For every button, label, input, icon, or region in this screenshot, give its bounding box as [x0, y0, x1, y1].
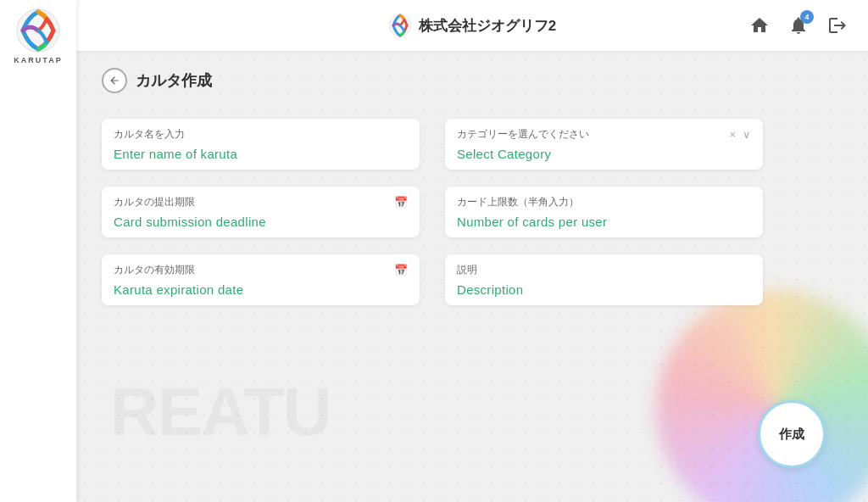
submission-deadline-label: カルタの提出期限 📅: [114, 195, 408, 209]
karutap-logo: [16, 8, 60, 53]
create-button-label: 作成: [779, 427, 804, 443]
category-controls: × ∨: [729, 128, 751, 141]
logo-text: KARUTAP: [14, 56, 62, 64]
category-label-row: カテゴリーを選んでください × ∨: [457, 127, 751, 142]
expiration-date-field[interactable]: カルタの有効期限 📅 Karuta expiration date: [102, 254, 420, 305]
logout-icon: [827, 15, 848, 36]
cards-per-user-field[interactable]: カード上限数（半角入力） Number of cards per user: [445, 187, 763, 237]
category-clear-icon[interactable]: ×: [729, 128, 736, 141]
description-field[interactable]: 説明 Description: [445, 254, 763, 305]
watermark: REATU: [110, 373, 331, 451]
main-area: 株式会社ジオグリフ2 4: [76, 0, 868, 502]
content-area: カルタ作成 カルタ名を入力 Enter name of karuta カテゴリー…: [76, 51, 868, 502]
description-label: 説明: [457, 263, 751, 277]
category-dropdown-icon[interactable]: ∨: [743, 128, 751, 141]
page-header: カルタ作成: [102, 68, 843, 93]
calendar-icon: 📅: [394, 196, 408, 209]
karuta-name-field[interactable]: カルタ名を入力 Enter name of karuta: [102, 119, 420, 170]
topbar: 株式会社ジオグリフ2 4: [76, 0, 868, 51]
category-label: カテゴリーを選んでください: [457, 127, 589, 142]
notification-button[interactable]: 4: [785, 12, 812, 39]
gradient-decoration: [656, 290, 868, 502]
description-placeholder: Description: [457, 282, 751, 297]
logo-container: KARUTAP: [14, 8, 62, 64]
expiration-date-label: カルタの有効期限 📅: [114, 263, 408, 277]
back-arrow-icon: [108, 75, 120, 86]
cards-per-user-label: カード上限数（半角入力）: [457, 195, 751, 209]
create-button[interactable]: 作成: [758, 400, 826, 468]
submission-deadline-placeholder: Card submission deadline: [114, 215, 408, 229]
category-placeholder: Select Category: [457, 147, 751, 161]
expiration-date-placeholder: Karuta expiration date: [114, 282, 408, 297]
category-field[interactable]: カテゴリーを選んでください × ∨ Select Category: [445, 119, 763, 170]
logout-button[interactable]: [824, 12, 851, 39]
cards-per-user-placeholder: Number of cards per user: [457, 215, 751, 229]
calendar2-icon: 📅: [394, 264, 408, 276]
topbar-title: 株式会社ジオグリフ2: [419, 16, 556, 36]
submission-deadline-field[interactable]: カルタの提出期限 📅 Card submission deadline: [102, 187, 420, 237]
topbar-brand: 株式会社ジオグリフ2: [388, 14, 556, 37]
topbar-logo-icon: [388, 14, 412, 37]
karuta-name-placeholder: Enter name of karuta: [114, 147, 408, 161]
form-grid: カルタ名を入力 Enter name of karuta カテゴリーを選んでくだ…: [102, 119, 763, 305]
home-button[interactable]: [746, 12, 773, 39]
home-icon: [749, 15, 770, 36]
page-title: カルタ作成: [136, 70, 212, 91]
sidebar: KARUTAP: [0, 0, 76, 502]
notification-badge: 4: [800, 10, 814, 24]
back-button[interactable]: [102, 68, 127, 93]
topbar-icons: 4: [746, 12, 851, 39]
karuta-name-label: カルタ名を入力: [114, 127, 408, 142]
